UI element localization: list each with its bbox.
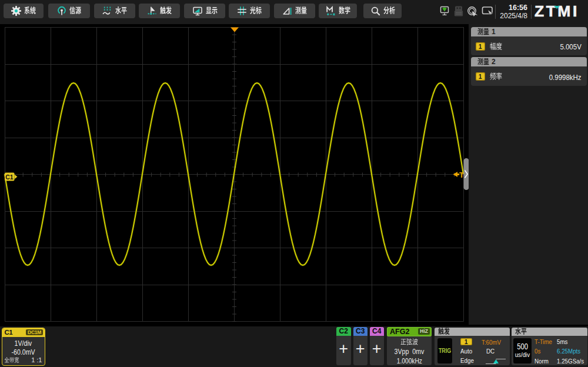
svg-text:T: T (459, 171, 464, 179)
svg-text:C1: C1 (5, 174, 14, 181)
